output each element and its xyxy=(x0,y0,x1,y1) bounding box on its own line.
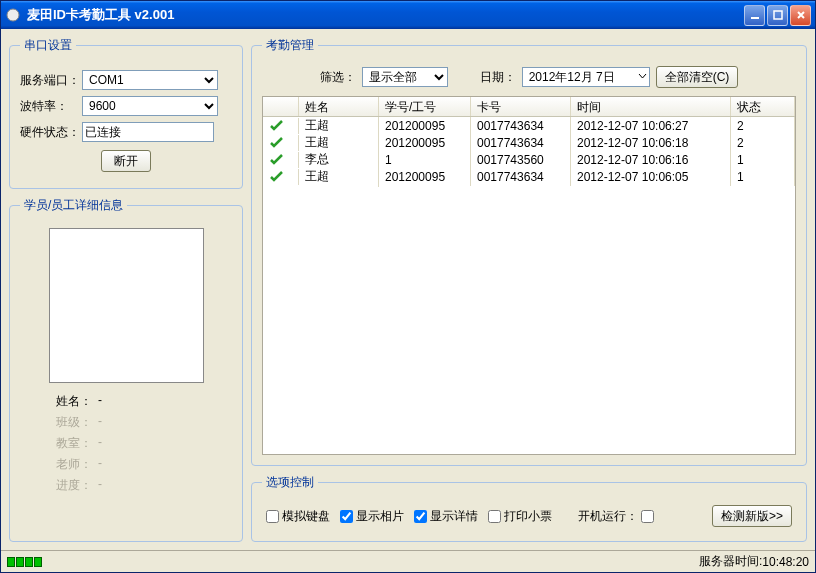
disconnect-button[interactable]: 断开 xyxy=(101,150,151,172)
check-icon xyxy=(269,137,292,149)
detail-teacher-value: - xyxy=(98,456,102,473)
port-select[interactable]: COM1 xyxy=(82,70,218,90)
server-time-value: 10:48:20 xyxy=(762,555,809,569)
cell-sid: 201200095 xyxy=(379,134,471,152)
cell-card: 0017743634 xyxy=(471,117,571,135)
maximize-button[interactable] xyxy=(767,5,788,26)
check-icon xyxy=(269,120,292,132)
close-button[interactable] xyxy=(790,5,811,26)
col-time[interactable]: 时间 xyxy=(571,97,731,116)
window-title: 麦田ID卡考勤工具 v2.001 xyxy=(27,6,744,24)
col-card[interactable]: 卡号 xyxy=(471,97,571,116)
cell-status: 1 xyxy=(731,168,795,186)
detail-progress-value: - xyxy=(98,477,102,494)
minimize-button[interactable] xyxy=(744,5,765,26)
detail-photo xyxy=(49,228,204,383)
print-ticket-checkbox[interactable]: 打印小票 xyxy=(488,508,552,525)
filter-label: 筛选： xyxy=(320,69,356,86)
sim-keyboard-checkbox[interactable]: 模拟键盘 xyxy=(266,508,330,525)
hw-status-field xyxy=(82,122,214,142)
show-detail-checkbox[interactable]: 显示详情 xyxy=(414,508,478,525)
cell-status: 2 xyxy=(731,134,795,152)
app-icon xyxy=(5,7,21,23)
table-header: 姓名 学号/工号 卡号 时间 状态 xyxy=(263,97,795,117)
col-check[interactable] xyxy=(263,97,299,116)
cell-sid: 1 xyxy=(379,151,471,169)
cell-card: 0017743634 xyxy=(471,168,571,186)
detail-name-label: 姓名： xyxy=(50,393,92,410)
detail-class-label: 班级： xyxy=(50,414,92,431)
cell-card: 0017743634 xyxy=(471,134,571,152)
hw-label: 硬件状态： xyxy=(20,124,82,141)
connection-led-icon xyxy=(7,557,42,567)
show-photo-checkbox[interactable]: 显示相片 xyxy=(340,508,404,525)
check-icon xyxy=(269,154,292,166)
cell-time: 2012-12-07 10:06:18 xyxy=(571,134,731,152)
table-body[interactable]: 王超20120009500177436342012-12-07 10:06:27… xyxy=(263,117,795,454)
options-group: 选项控制 模拟键盘 显示相片 显示详情 打印小票 开机运行： 检测新版>> xyxy=(251,474,807,542)
table-row[interactable]: 王超20120009500177436342012-12-07 10:06:05… xyxy=(263,168,795,185)
filter-select[interactable]: 显示全部 xyxy=(362,67,448,87)
detail-name-value: - xyxy=(98,393,102,410)
cell-sid: 201200095 xyxy=(379,168,471,186)
server-time-label: 服务器时间: xyxy=(699,553,762,570)
titlebar: 麦田ID卡考勤工具 v2.001 xyxy=(1,1,815,29)
cell-status: 1 xyxy=(731,151,795,169)
serial-legend: 串口设置 xyxy=(20,37,76,54)
detail-class-value: - xyxy=(98,414,102,431)
cell-name: 王超 xyxy=(299,166,379,187)
col-name[interactable]: 姓名 xyxy=(299,97,379,116)
options-legend: 选项控制 xyxy=(262,474,318,491)
check-update-button[interactable]: 检测新版>> xyxy=(712,505,792,527)
col-sid[interactable]: 学号/工号 xyxy=(379,97,471,116)
date-picker[interactable]: 2012年12月 7日 xyxy=(522,67,650,87)
autorun-checkbox[interactable]: 开机运行： xyxy=(578,508,654,525)
detail-room-label: 教室： xyxy=(50,435,92,452)
detail-teacher-label: 老师： xyxy=(50,456,92,473)
attendance-legend: 考勤管理 xyxy=(262,37,318,54)
baud-label: 波特率： xyxy=(20,98,82,115)
col-status[interactable]: 状态 xyxy=(731,97,795,116)
detail-room-value: - xyxy=(98,435,102,452)
check-icon xyxy=(269,171,292,183)
svg-rect-2 xyxy=(774,11,782,19)
baud-select[interactable]: 9600 xyxy=(82,96,218,116)
chevron-down-icon xyxy=(638,70,647,84)
detail-legend: 学员/员工详细信息 xyxy=(20,197,127,214)
date-value: 2012年12月 7日 xyxy=(529,69,615,86)
attendance-table: 姓名 学号/工号 卡号 时间 状态 王超20120009500177436342… xyxy=(262,96,796,455)
detail-progress-label: 进度： xyxy=(50,477,92,494)
svg-rect-1 xyxy=(751,17,759,19)
cell-time: 2012-12-07 10:06:05 xyxy=(571,168,731,186)
detail-info-group: 学员/员工详细信息 姓名：- 班级：- 教室：- 老师：- 进度：- xyxy=(9,197,243,542)
serial-settings-group: 串口设置 服务端口： COM1 波特率： 9600 硬件状态： xyxy=(9,37,243,189)
cell-time: 2012-12-07 10:06:16 xyxy=(571,151,731,169)
date-label: 日期： xyxy=(480,69,516,86)
cell-sid: 201200095 xyxy=(379,117,471,135)
clear-all-button[interactable]: 全部清空(C) xyxy=(656,66,739,88)
cell-time: 2012-12-07 10:06:27 xyxy=(571,117,731,135)
port-label: 服务端口： xyxy=(20,72,82,89)
cell-status: 2 xyxy=(731,117,795,135)
statusbar: 服务器时间: 10:48:20 xyxy=(1,550,815,572)
cell-card: 0017743560 xyxy=(471,151,571,169)
attendance-group: 考勤管理 筛选： 显示全部 日期： 2012年12月 7日 全部清空(C) xyxy=(251,37,807,466)
svg-point-0 xyxy=(7,9,19,21)
